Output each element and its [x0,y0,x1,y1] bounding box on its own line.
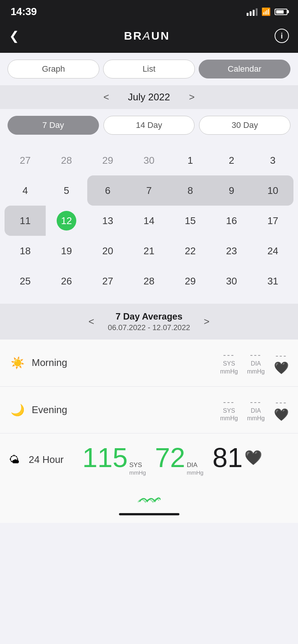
range-30day[interactable]: 30 Day [199,116,290,135]
evening-pulse-group: --- 🖤 [274,398,289,422]
cal-day-27[interactable]: 27 [87,266,128,296]
app-header: ❮ BRAUN i [0,23,298,53]
morning-pulse-group: --- 🖤 [274,351,289,375]
month-nav: < July 2022 > [0,85,298,109]
cal-day-5[interactable]: 5 [46,175,87,206]
evening-sys-value: --- [220,397,238,407]
cal-day-25[interactable]: 25 [5,266,46,296]
averages-title: 7 Day Averages [108,311,190,322]
evening-heart-icon: 🖤 [274,408,289,421]
morning-pulse-value: --- [274,351,289,361]
cal-day-13[interactable]: 13 [87,206,128,236]
evening-sys-label: SYSmmHg [220,407,238,423]
cal-day-24[interactable]: 24 [252,236,293,266]
cal-day-4[interactable]: 4 [5,175,46,206]
cal-day-14[interactable]: 14 [128,206,170,236]
hour24-dia-value: 72 [155,444,185,471]
cal-day-7[interactable]: 7 [128,175,170,206]
evening-row: 🌙 Evening --- SYSmmHg --- DIAmmHg --- 🖤 [9,397,289,423]
hour24-values: 115 SYS mmHg 72 DIA mmHg 81 🖤 [82,444,289,475]
range-14day[interactable]: 14 Day [103,116,195,135]
cal-day-10[interactable]: 10 [252,175,293,206]
cal-day-18[interactable]: 18 [5,236,46,266]
cal-day-9[interactable]: 9 [211,175,252,206]
tab-graph[interactable]: Graph [8,60,99,78]
cal-day-1[interactable]: 1 [170,145,211,175]
status-icons: 📶 [247,7,287,16]
cal-day-2[interactable]: 2 [211,145,252,175]
cal-day-12[interactable]: 12 [46,206,87,236]
cal-day-22[interactable]: 22 [170,236,211,266]
morning-sys-group: --- SYSmmHg [220,350,238,376]
hour24-label: 24 Hour [29,454,78,466]
cal-day-3[interactable]: 3 [252,145,293,175]
cal-day-8[interactable]: 8 [170,175,211,206]
cal-day-19[interactable]: 19 [46,236,87,266]
morning-icon: ☀️ [9,356,26,369]
cal-day-6[interactable]: 6 [87,175,128,206]
morning-sys-value: --- [220,350,238,360]
evening-icon: 🌙 [9,403,26,417]
cal-day-27-prev[interactable]: 27 [5,145,46,175]
evening-dia-label: DIAmmHg [247,407,265,423]
evening-dia-group: --- DIAmmHg [247,397,265,423]
hour24-sys-group: 115 SYS mmHg [82,444,146,475]
cal-day-28[interactable]: 28 [128,266,170,296]
cal-day-15[interactable]: 15 [170,206,211,236]
evening-dia-value: --- [247,397,265,407]
averages-dates: 06.07.2022 - 12.07.2022 [108,323,190,332]
bottom-area [0,488,298,523]
cal-day-30-prev[interactable]: 30 [128,145,170,175]
morning-section: ☀️ Morning --- SYSmmHg --- DIAmmHg --- 🖤 [0,340,298,387]
hour24-dia-unit: mmHg [187,469,203,476]
next-month-button[interactable]: > [185,91,198,103]
range-7day[interactable]: 7 Day [8,116,99,135]
morning-values: --- SYSmmHg --- DIAmmHg --- 🖤 [83,350,289,376]
cal-day-29-prev[interactable]: 29 [87,145,128,175]
info-button[interactable]: i [275,29,289,43]
hour24-sys-unit: mmHg [129,469,146,476]
app-logo: BRAUN [124,29,170,42]
morning-dia-label: DIAmmHg [247,360,265,376]
evening-pulse-value: --- [274,398,289,407]
tab-calendar[interactable]: Calendar [199,60,290,78]
hour24-row: 🌤 24 Hour 115 SYS mmHg 72 DIA mmHg 81 🖤 [9,444,289,475]
tab-list[interactable]: List [103,60,195,78]
back-button[interactable]: ❮ [9,30,19,42]
signal-icon [247,8,258,16]
evening-sys-group: --- SYSmmHg [220,397,238,423]
hour24-icon: 🌤 [9,453,24,466]
hour24-section: 🌤 24 Hour 115 SYS mmHg 72 DIA mmHg 81 🖤 [0,433,298,487]
cal-day-16[interactable]: 16 [211,206,252,236]
cal-day-21[interactable]: 21 [128,236,170,266]
hour24-pulse-group: 81 🖤 [213,444,262,471]
morning-sys-label: SYSmmHg [220,360,238,376]
averages-header: < 7 Day Averages 06.07.2022 - 12.07.2022… [0,304,298,340]
cal-day-31[interactable]: 31 [252,266,293,296]
hour24-pulse-value: 81 [213,444,243,471]
cal-day-30[interactable]: 30 [211,266,252,296]
cal-day-28-prev[interactable]: 28 [46,145,87,175]
prev-period-button[interactable]: < [82,316,100,327]
morning-dia-group: --- DIAmmHg [247,350,265,376]
morning-label: Morning [32,357,77,369]
cal-day-11[interactable]: 11 [5,206,46,236]
cal-day-23[interactable]: 23 [211,236,252,266]
cal-day-29[interactable]: 29 [170,266,211,296]
cal-day-20[interactable]: 20 [87,236,128,266]
morning-row: ☀️ Morning --- SYSmmHg --- DIAmmHg --- 🖤 [9,350,289,376]
hour24-heart-icon: 🖤 [244,449,262,466]
prev-month-button[interactable]: < [100,91,113,103]
hour24-dia-group: 72 DIA mmHg [155,444,203,475]
evening-section: 🌙 Evening --- SYSmmHg --- DIAmmHg --- 🖤 [0,387,298,434]
hour24-dia-label: DIA [187,461,203,469]
cal-day-26[interactable]: 26 [46,266,87,296]
morning-heart-icon: 🖤 [274,361,289,375]
hour24-sys-labels: SYS mmHg [129,461,146,475]
home-indicator [119,513,179,515]
next-period-button[interactable]: > [198,316,215,327]
wifi-icon: 📶 [261,7,271,16]
cal-day-17[interactable]: 17 [252,206,293,236]
calendar-grid: 27 28 29 30 1 2 3 4 5 6 7 8 9 10 11 12 1… [0,141,298,304]
tab-bar: Graph List Calendar [0,53,298,85]
